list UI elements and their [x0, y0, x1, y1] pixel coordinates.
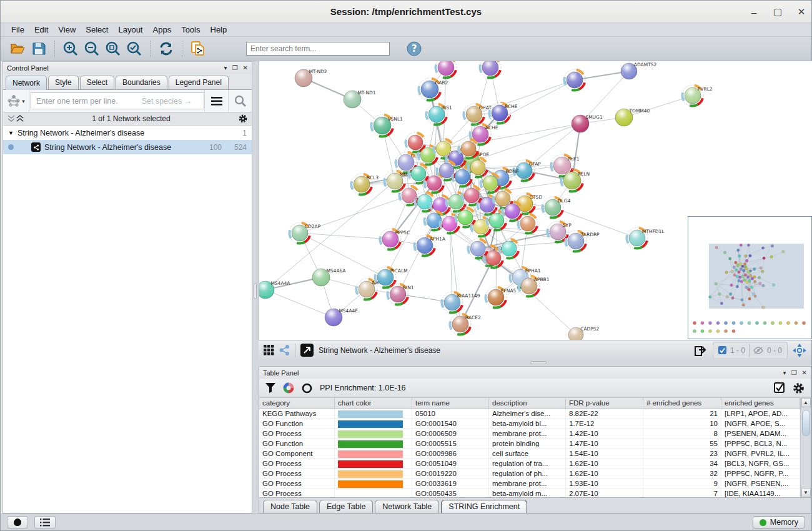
table-panel-close-icon[interactable]: ✕ [802, 369, 807, 376]
search-input[interactable] [246, 42, 390, 56]
node-BACE2[interactable]: BACE2 [446, 310, 480, 338]
node-ADAMTS2[interactable]: ADAMTS2 [621, 62, 657, 79]
node-DLG4[interactable]: DLG4 [538, 193, 570, 221]
automation-status-button[interactable] [7, 516, 28, 529]
column-header-1[interactable]: chart color [335, 398, 412, 409]
table-row[interactable]: GO ComponentGO:0009986cell surface1.54E-… [259, 449, 800, 459]
column-header-5[interactable]: # enriched genes [643, 398, 721, 409]
node-GAB2[interactable]: GAB2 [415, 74, 448, 104]
node-CD2AP[interactable]: CD2AP [285, 219, 320, 247]
enrichment-settings-gear-icon[interactable] [793, 382, 805, 394]
tab-boundaries[interactable]: Boundaries [116, 76, 167, 89]
node-APH1A[interactable]: APH1A [410, 231, 445, 259]
node-CHAT[interactable]: CHAT [460, 100, 492, 128]
menu-help[interactable]: Help [206, 24, 232, 35]
minimize-button[interactable]: – [749, 7, 759, 17]
column-header-3[interactable]: description [489, 398, 566, 409]
menu-apps[interactable]: Apps [149, 24, 176, 35]
node-MS4A6A[interactable]: MS4A6A [312, 268, 346, 286]
table-row[interactable]: GO ProcessGO:0050435beta-amyloid m...2.0… [259, 489, 800, 497]
table-row[interactable]: GO ProcessGO:0019220regulation of ph...1… [259, 469, 800, 479]
scroll-down-icon[interactable]: ▼ [801, 488, 811, 497]
node-MT-ND2[interactable]: MT-ND2 [295, 69, 327, 87]
column-header-6[interactable]: enriched genes [721, 398, 800, 409]
table-row[interactable]: GO FunctionGO:0001540beta-amyloid bi...1… [259, 419, 800, 429]
birdseye-toggle-icon[interactable] [793, 344, 806, 357]
memory-button[interactable]: Memory [753, 516, 805, 529]
column-header-4[interactable]: FDR p-value [566, 398, 643, 409]
network-row-selected[interactable]: String Network - Alzheimer's disease 100… [3, 140, 252, 154]
tab-network-table[interactable]: Network Table [375, 500, 439, 513]
ring-chart-icon[interactable] [302, 383, 312, 394]
task-history-button[interactable] [34, 516, 56, 529]
table-row[interactable]: GO ProcessGO:0006509membrane prot...1.42… [259, 429, 800, 439]
menu-view[interactable]: View [54, 24, 80, 35]
zoom-selected-icon[interactable] [124, 39, 145, 59]
hidden-eye-icon[interactable] [753, 347, 763, 354]
donut-chart-icon[interactable] [283, 382, 294, 394]
selected-checkbox-icon[interactable] [718, 346, 726, 354]
tab-network[interactable]: Network [6, 76, 47, 90]
vertical-splitter[interactable] [252, 61, 259, 514]
menu-select[interactable]: Select [81, 24, 112, 35]
zoom-in-icon[interactable] [60, 39, 81, 59]
table-row[interactable]: GO FunctionGO:0005515protein binding1.47… [259, 439, 800, 449]
close-button[interactable]: ✕ [796, 6, 806, 17]
refresh-icon[interactable] [156, 39, 177, 59]
table-row[interactable]: GO ProcessGO:0033619membrane prot...1.93… [259, 479, 800, 489]
string-protein-query-button[interactable]: STRING ▾ [3, 90, 29, 112]
open-session-button[interactable] [7, 39, 28, 59]
menu-tools[interactable]: Tools [177, 24, 204, 35]
filter-icon[interactable] [265, 383, 275, 393]
node-PVRL2[interactable]: PVRL2 [678, 81, 712, 109]
column-header-0[interactable]: category [259, 398, 335, 409]
table-panel-float-icon[interactable]: ❐ [791, 369, 797, 376]
tab-select[interactable]: Select [80, 76, 114, 89]
query-options-icon[interactable] [204, 90, 228, 112]
network-collection-row[interactable]: ▼ String Network - Alzheimer's disease 1 [3, 126, 252, 140]
menu-file[interactable]: File [7, 24, 29, 35]
menu-edit[interactable]: Edit [30, 24, 52, 35]
node-IRS1[interactable]: IRS1 [422, 100, 452, 128]
zoom-fit-icon[interactable] [102, 39, 124, 59]
export-network-icon[interactable] [694, 344, 708, 357]
birdseye-navigator[interactable] [688, 216, 812, 339]
clone-network-icon[interactable] [187, 39, 209, 59]
node-MS4A4A[interactable]: MS4A4A [259, 280, 290, 299]
expand-all-icon[interactable] [16, 115, 24, 122]
maximize-button[interactable]: ▢ [773, 6, 783, 17]
node-TARDBP[interactable]: TARDBP [562, 227, 600, 255]
detach-view-icon[interactable] [300, 344, 314, 357]
horizontal-splitter[interactable] [259, 360, 811, 366]
network-canvas[interactable]: MT-ND2MT-ND1VSNL1GAB2ADAMTS2PVRL2TOMM40S… [259, 61, 812, 340]
table-row[interactable]: KEGG Pathways05010Alzheimer's dise...8.8… [259, 409, 800, 419]
node-MTHFD1L[interactable]: MTHFD1L [623, 224, 665, 252]
node-EFNA5[interactable]: EFNA5 [482, 283, 516, 311]
node-CADPS2[interactable]: CADPS2 [568, 326, 600, 340]
node-SMUG1[interactable]: SMUG1 [572, 114, 603, 132]
scrollbar-thumb[interactable] [802, 410, 810, 436]
node-MT-ND1[interactable]: MT-ND1 [344, 90, 376, 108]
node-VSNL1[interactable]: VSNL1 [367, 111, 403, 141]
scroll-up-icon[interactable]: ▲ [801, 398, 811, 407]
panel-menu-icon[interactable]: ▾ [224, 64, 227, 71]
column-header-2[interactable]: term name [412, 398, 489, 409]
tab-legend-panel[interactable]: Legend Panel [169, 76, 229, 89]
help-icon[interactable]: ? [404, 39, 425, 59]
network-share-icon[interactable] [279, 345, 290, 355]
tree-expander-icon[interactable]: ▼ [8, 130, 14, 136]
table-scrollbar[interactable]: ▲ ▼ [800, 398, 811, 497]
tab-style[interactable]: Style [48, 76, 79, 89]
panel-close-icon[interactable]: ✕ [243, 64, 248, 71]
menu-layout[interactable]: Layout [114, 24, 147, 35]
node-TOMM40[interactable]: TOMM40 [615, 108, 650, 126]
tab-node-table[interactable]: Node Table [263, 500, 317, 513]
term-query-input[interactable]: Enter one term per line. Set species → [31, 92, 204, 109]
panel-float-icon[interactable]: ❐ [232, 64, 238, 71]
tab-edge-table[interactable]: Edge Table [319, 500, 373, 513]
node[interactable] [432, 61, 460, 82]
run-query-icon[interactable] [228, 90, 252, 112]
network-options-gear-icon[interactable] [238, 114, 248, 124]
node-MS4A4E[interactable]: MS4A4E [325, 308, 358, 326]
select-rows-checkbox-icon[interactable] [774, 382, 785, 394]
